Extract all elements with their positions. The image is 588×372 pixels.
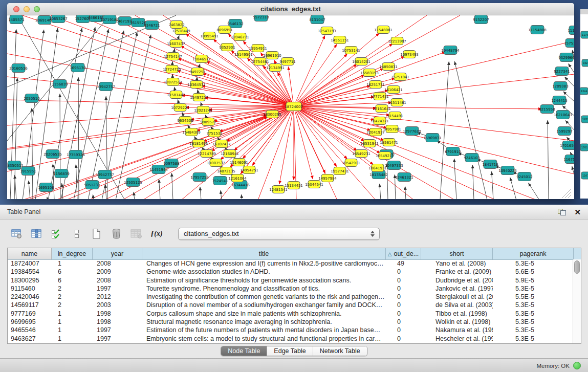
- graph-node[interactable]: 9154491: [387, 112, 403, 120]
- graph-node[interactable]: 12977620: [403, 127, 421, 136]
- new-column-button[interactable]: [89, 227, 104, 240]
- graph-node[interactable]: 1841718: [482, 160, 498, 169]
- column-header-out_de[interactable]: △out_de...: [386, 248, 421, 259]
- tab-network-table[interactable]: Network Table: [313, 346, 367, 356]
- graph-node[interactable]: 19577431: [331, 167, 349, 175]
- graph-node[interactable]: 5051233: [84, 181, 100, 189]
- show-columns-button[interactable]: [29, 227, 45, 240]
- delete-column-button[interactable]: [109, 227, 124, 240]
- graph-node[interactable]: 9245012: [516, 172, 532, 181]
- graph-node[interactable]: 12160941: [221, 150, 239, 158]
- table-mode-button[interactable]: [9, 227, 25, 240]
- graph-node[interactable]: 15497217: [190, 94, 208, 101]
- table-row[interactable]: 2242004622012Investigating the contribut…: [8, 293, 573, 301]
- graph-node[interactable]: 9346721: [144, 21, 160, 30]
- graph-node[interactable]: 9246103: [464, 154, 480, 162]
- column-header-name[interactable]: name: [8, 248, 52, 259]
- graph-node[interactable]: 18531941: [360, 140, 379, 147]
- graph-node[interactable]: 15484309: [182, 128, 201, 136]
- graph-node[interactable]: 9352901: [219, 43, 235, 51]
- graph-node[interactable]: 12461321: [395, 173, 413, 182]
- graph-node[interactable]: 16014201: [352, 58, 371, 65]
- close-button[interactable]: [13, 6, 19, 12]
- graph-node[interactable]: 17359326: [67, 150, 85, 159]
- table-row[interactable]: 946362711997Embryonic stem cells: a mode…: [8, 335, 573, 343]
- graph-node[interactable]: 1599297: [556, 127, 572, 136]
- unselect-all-button[interactable]: [69, 227, 84, 240]
- close-panel-icon[interactable]: ✕: [574, 208, 581, 216]
- graph-node[interactable]: 17016504: [560, 141, 574, 150]
- network-window-titlebar[interactable]: citations_edges.txt: [7, 3, 574, 15]
- graph-node[interactable]: 11511461: [388, 99, 406, 106]
- graph-node[interactable]: 5572310: [253, 15, 269, 21]
- graph-node[interactable]: 9497711: [279, 58, 295, 65]
- graph-node[interactable]: 12724725: [163, 65, 181, 73]
- network-view[interactable]: 1872400718300295140557120691406106532671…: [7, 15, 574, 199]
- tab-edge-table[interactable]: Edge Table: [267, 346, 313, 356]
- graph-node[interactable]: 20160516: [9, 64, 28, 73]
- graph-node[interactable]: 7463822: [168, 21, 184, 29]
- graph-node[interactable]: 13954911: [249, 45, 267, 52]
- graph-node[interactable]: 1695108: [38, 183, 54, 192]
- graph-node[interactable]: 16106421: [384, 86, 403, 94]
- scrollbar-thumb[interactable]: [574, 260, 580, 274]
- float-panel-icon[interactable]: [558, 209, 566, 215]
- graph-node[interactable]: 1117531: [568, 26, 574, 35]
- graph-node[interactable]: 17957253: [190, 173, 209, 182]
- minimize-button[interactable]: [24, 6, 30, 12]
- graph-node[interactable]: 15969831: [423, 134, 442, 142]
- graph-node[interactable]: 11154808: [528, 26, 547, 34]
- graph-node[interactable]: 15344541: [305, 181, 323, 188]
- zoom-button[interactable]: [34, 6, 40, 12]
- graph-node[interactable]: 8215958: [539, 105, 555, 114]
- table-row[interactable]: 911546021997Tourette syndrome. Phenomeno…: [8, 285, 573, 293]
- delete-table-button[interactable]: [129, 227, 144, 240]
- graph-node[interactable]: 15149501: [234, 51, 253, 58]
- graph-node[interactable]: 12213907: [388, 37, 406, 45]
- graph-node[interactable]: 1695130: [70, 63, 85, 72]
- graph-node[interactable]: 8131047: [309, 15, 325, 24]
- graph-node[interactable]: 17771431: [371, 93, 389, 100]
- column-header-pagerank[interactable]: pagerank: [493, 248, 574, 259]
- graph-node[interactable]: 18724007: [285, 102, 303, 111]
- graph-node[interactable]: 14551151: [331, 36, 349, 44]
- graph-node[interactable]: 1405571: [8, 15, 24, 24]
- graph-node[interactable]: 12134991: [266, 64, 285, 72]
- graph-node[interactable]: 2050510: [24, 94, 39, 103]
- function-builder-button[interactable]: ƒ(x): [149, 227, 164, 240]
- column-header-title[interactable]: title: [142, 248, 386, 259]
- table-row[interactable]: 1456911722003Disruption of a novel membe…: [8, 301, 573, 309]
- table-row[interactable]: 1872400712008Changes of HCN gene express…: [8, 259, 573, 268]
- graph-node[interactable]: 9329966: [558, 53, 574, 62]
- graph-node[interactable]: 3915951: [20, 167, 36, 176]
- table-row[interactable]: 977716911998Corpus callosum shape and si…: [8, 310, 573, 318]
- column-header-short[interactable]: short: [421, 248, 493, 259]
- graph-node[interactable]: 18350511: [7, 161, 24, 170]
- graph-node[interactable]: 18561471: [380, 139, 398, 146]
- graph-node[interactable]: 8096951: [216, 26, 232, 34]
- network-canvas[interactable]: 1872400718300295140557120691406106532671…: [7, 15, 574, 199]
- graph-node[interactable]: 10497333: [385, 161, 403, 170]
- table-selector-dropdown[interactable]: citations_edges.txt: [178, 228, 380, 240]
- graph-node[interactable]: 10995491: [200, 32, 219, 40]
- table-row[interactable]: 969969511998Structural magnetic resonanc…: [8, 318, 573, 326]
- graph-node[interactable]: 12754461: [251, 58, 269, 65]
- graph-node[interactable]: 14954751: [240, 166, 258, 174]
- graph-node[interactable]: 1209383: [552, 82, 568, 91]
- select-all-button[interactable]: [49, 227, 64, 240]
- graph-node[interactable]: 10542911: [342, 159, 360, 167]
- table-row[interactable]: 946554611997Estimation of the future num…: [8, 326, 573, 334]
- graph-node[interactable]: 13942737: [96, 170, 114, 179]
- graph-node[interactable]: 12872512: [164, 78, 182, 86]
- table-row[interactable]: 1938455462009Genome-wide association stu…: [8, 268, 573, 276]
- window-resize-grip[interactable]: [562, 189, 571, 198]
- graph-node[interactable]: 16961910: [263, 52, 281, 59]
- graph-node[interactable]: 15751841: [391, 73, 409, 81]
- graph-node[interactable]: 1244415: [551, 96, 567, 105]
- graph-node[interactable]: 14957984: [318, 174, 337, 182]
- graph-node[interactable]: 9132207: [473, 15, 489, 24]
- graph-node[interactable]: 1156839: [52, 80, 68, 89]
- graph-node[interactable]: 9497251: [189, 68, 205, 76]
- graph-node[interactable]: 9097588: [163, 159, 179, 168]
- table-row[interactable]: 1830029562008Estimation of significance …: [8, 276, 573, 285]
